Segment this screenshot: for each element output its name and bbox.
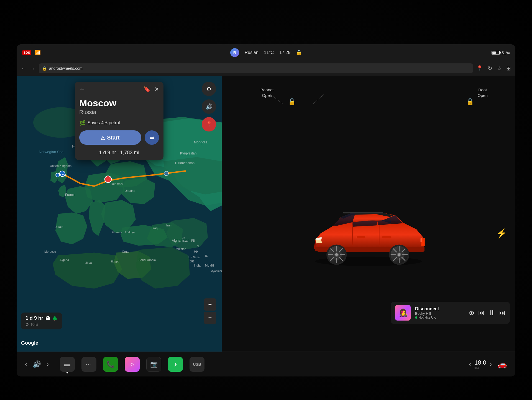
- route-time-text: 1 d 9 hr: [25, 315, 43, 321]
- volume-down-button[interactable]: ‹: [25, 360, 27, 368]
- svg-text:Denmark: Denmark: [111, 182, 123, 185]
- zoom-out-button[interactable]: −: [204, 312, 216, 324]
- svg-text:Myanmar (Burma): Myanmar (Burma): [211, 270, 222, 273]
- destination-city: Moscow: [75, 97, 163, 109]
- svg-text:Saudi Arabia: Saudi Arabia: [139, 258, 156, 262]
- forward-button[interactable]: →: [30, 65, 35, 72]
- station-dot: [415, 316, 417, 319]
- battery-percent: 51%: [502, 50, 510, 55]
- charge-icon: ⚡: [496, 228, 507, 239]
- svg-text:NL: NL: [197, 245, 200, 248]
- snow-icon: 🏔: [45, 316, 50, 321]
- svg-text:Spain: Spain: [55, 225, 63, 228]
- pause-button[interactable]: ⏸: [488, 309, 495, 317]
- url-bar[interactable]: 🔒 androidwheels.com: [39, 63, 473, 73]
- taskbar-volume-section: ‹ 🔊 ›: [25, 360, 49, 368]
- add-to-queue-button[interactable]: ⊕: [469, 309, 474, 317]
- panel-header: ← 🔖 ✕: [75, 82, 163, 97]
- music-player: 👩‍🎤 Disconnect Becky Hill Hot Hits UK ⊕ …: [391, 302, 510, 324]
- taskbar-volume-icon: 🔊: [33, 360, 41, 368]
- taskbar-app-camera[interactable]: 📷: [146, 357, 161, 372]
- svg-text:Afghanistan: Afghanistan: [172, 239, 189, 242]
- panel-header-actions: 🔖 ✕: [144, 86, 159, 92]
- track-artist: Becky Hill: [415, 311, 464, 316]
- taskbar-app-spotify[interactable]: ♪: [168, 357, 183, 372]
- taskbar-app-phone[interactable]: 📞: [103, 357, 118, 372]
- svg-text:A T J: A T J: [60, 174, 66, 177]
- svg-text:Algeria: Algeria: [60, 258, 69, 262]
- volume-up-button[interactable]: ›: [47, 360, 49, 368]
- tolls-text: Tolls: [30, 322, 38, 327]
- settings-button[interactable]: ⚙: [202, 82, 216, 96]
- previous-track-button[interactable]: ⏮: [478, 309, 484, 316]
- car-status-icon[interactable]: 🚗: [497, 360, 507, 369]
- android-icon: ▬: [64, 361, 70, 368]
- taskbar-app-siri[interactable]: ○: [125, 357, 140, 372]
- svg-point-76: [398, 253, 401, 256]
- nav-pin-button[interactable]: 📍: [202, 117, 216, 131]
- track-info: Disconnect Becky Hill Hot Hits UK: [415, 306, 464, 319]
- weather-icon: 🌲: [52, 316, 58, 321]
- svg-text:Türkiye: Türkiye: [125, 231, 135, 234]
- eco-text: Saves 4% petrol: [88, 120, 120, 125]
- temp-decrease-button[interactable]: ‹: [469, 360, 471, 368]
- dots-icon: ···: [86, 361, 92, 368]
- svg-text:Norwegian Sea: Norwegian Sea: [39, 150, 64, 154]
- taskbar: ‹ 🔊 › ▬ ··· 📞 ○ 📷 ♪: [17, 352, 515, 376]
- start-navigation-button[interactable]: △ Start: [79, 130, 141, 145]
- url-text: androidwheels.com: [49, 66, 470, 71]
- usb-icon: USB: [193, 362, 201, 367]
- extensions-button[interactable]: ⊞: [506, 65, 511, 72]
- wifi-icon: 📶: [35, 50, 41, 56]
- alternate-route-button[interactable]: ⇌: [145, 130, 159, 145]
- back-button[interactable]: ←: [21, 65, 27, 72]
- sos-badge[interactable]: SOS: [22, 50, 31, 55]
- panel-bookmark-button[interactable]: 🔖: [144, 86, 150, 92]
- bookmark-button[interactable]: ☆: [497, 65, 502, 72]
- svg-text:JK: JK: [182, 236, 185, 239]
- svg-text:Egypt: Egypt: [111, 260, 119, 263]
- svg-point-63: [335, 253, 338, 256]
- navigation-icon: △: [101, 135, 105, 141]
- svg-text:ML MH: ML MH: [205, 264, 214, 267]
- route-info-map: 1 d 9 hr 🏔 🌲 ⊙ Tolls: [21, 313, 62, 329]
- spotify-icon: ♪: [174, 360, 177, 368]
- tesla-panel: Bonnet Open Boot Open 🔓 🔓: [222, 76, 515, 352]
- svg-text:Morocco: Morocco: [44, 250, 56, 253]
- panel-close-button[interactable]: ✕: [154, 86, 159, 92]
- user-avatar: R: [230, 48, 239, 57]
- taskbar-apps: ▬ ··· 📞 ○ 📷 ♪ USB: [60, 357, 204, 372]
- lock-icon: 🔒: [296, 50, 302, 56]
- svg-text:France: France: [65, 193, 76, 197]
- status-right: 51%: [492, 50, 510, 55]
- battery-container: 51%: [492, 50, 510, 55]
- taskbar-app-android[interactable]: ▬: [60, 357, 75, 372]
- route-details: 1 d 9 hr · 1,783 mi: [75, 148, 163, 160]
- destination-panel: ← 🔖 ✕ Moscow Russia 🌿 Saves 4% petrol △ …: [75, 82, 163, 160]
- taskbar-app-usb[interactable]: USB: [190, 357, 204, 372]
- time-display: 17:29: [279, 50, 290, 55]
- temp-value: 18.0: [474, 359, 486, 366]
- side-buttons: ⚙ 🔊 📍: [202, 82, 216, 131]
- camera-icon: 📷: [150, 361, 158, 368]
- temp-increase-button[interactable]: ›: [490, 360, 492, 368]
- next-track-button[interactable]: ⏭: [499, 309, 505, 316]
- location-button[interactable]: 📍: [476, 65, 483, 72]
- taskbar-app-menu[interactable]: ···: [81, 357, 96, 372]
- svg-rect-47: [382, 236, 391, 238]
- svg-text:Oman: Oman: [122, 250, 130, 253]
- panel-back-button[interactable]: ←: [79, 86, 85, 93]
- svg-rect-49: [421, 238, 422, 242]
- map-controls: + −: [204, 298, 216, 324]
- zoom-in-button[interactable]: +: [204, 298, 216, 311]
- temp-indicators: ⊞⊟: [474, 366, 486, 369]
- svg-rect-77: [343, 212, 383, 213]
- refresh-button[interactable]: ↻: [488, 65, 492, 72]
- connector-lines: [227, 87, 510, 120]
- tesla-car-image: T: [299, 195, 438, 272]
- map-area[interactable]: Norwegian Sea Norway Sweden Finland Unit…: [17, 76, 222, 352]
- temperature-display: 11°C: [264, 50, 274, 55]
- status-bar: SOS 📶 R Ruslan 11°C 17:29 🔒 51%: [17, 44, 515, 61]
- volume-button[interactable]: 🔊: [202, 99, 216, 114]
- route-tolls: ⊙ Tolls: [25, 322, 58, 327]
